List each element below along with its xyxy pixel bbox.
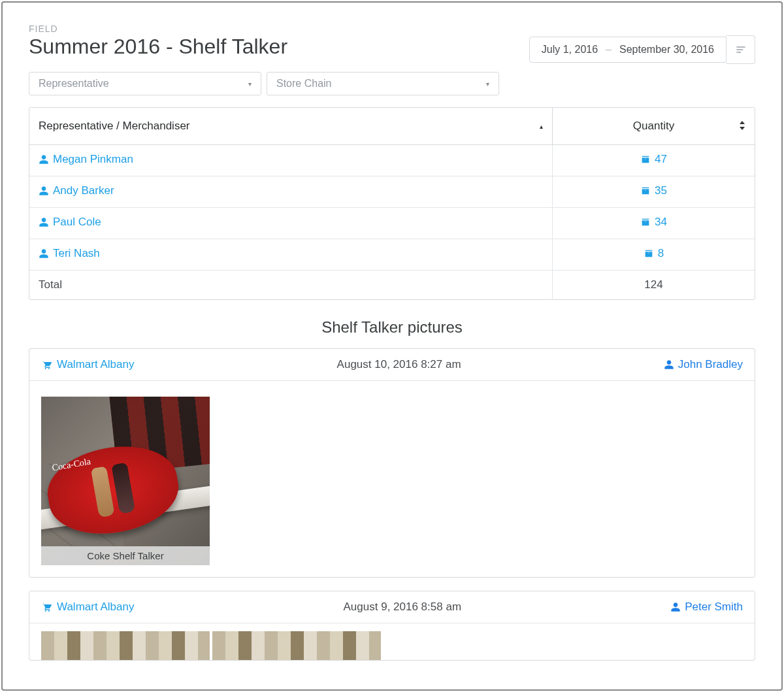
representative-dropdown[interactable]: Representative ▾ bbox=[29, 72, 261, 95]
archive-icon bbox=[640, 217, 651, 227]
archive-icon bbox=[644, 248, 654, 259]
svg-point-6 bbox=[48, 368, 50, 369]
page-title: Summer 2016 - Shelf Talker bbox=[29, 35, 287, 58]
chevron-down-icon: ▾ bbox=[486, 80, 489, 88]
column-header-label: Representative / Merchandiser bbox=[39, 120, 190, 132]
picture-caption: Coke Shelf Talker bbox=[41, 546, 210, 565]
breadcrumb: FIELD bbox=[29, 24, 755, 34]
rep-name: Andy Barker bbox=[53, 184, 114, 197]
qty-link[interactable]: 8 bbox=[644, 247, 664, 260]
store-link[interactable]: Walmart Albany bbox=[41, 601, 134, 614]
svg-point-7 bbox=[45, 610, 46, 612]
qty-value: 34 bbox=[655, 216, 667, 229]
table-row: Paul Cole34 bbox=[29, 208, 755, 239]
dash-icon: – bbox=[606, 44, 612, 56]
store-name: Walmart Albany bbox=[57, 358, 134, 371]
rep-link[interactable]: Andy Barker bbox=[39, 184, 114, 197]
bars-icon bbox=[736, 44, 746, 55]
dropdown-label: Store Chain bbox=[276, 78, 332, 90]
cart-icon bbox=[41, 359, 52, 370]
rep-name: Teri Nash bbox=[53, 247, 100, 260]
pictures-section-title: Shelf Talker pictures bbox=[29, 318, 755, 337]
rep-link[interactable]: Paul Cole bbox=[39, 216, 101, 229]
dropdown-label: Representative bbox=[39, 78, 109, 90]
sort-asc-icon: ▴ bbox=[540, 123, 543, 130]
options-button[interactable] bbox=[727, 35, 755, 64]
total-value: 124 bbox=[552, 271, 755, 299]
representatives-table: Representative / Merchandiser ▴ Quantity… bbox=[29, 107, 755, 300]
person-icon bbox=[670, 602, 681, 612]
user-name: Peter Smith bbox=[685, 601, 743, 614]
shelf-talker-image: Coca-Cola bbox=[41, 397, 210, 565]
store-name: Walmart Albany bbox=[57, 601, 134, 614]
person-icon bbox=[39, 248, 49, 259]
table-row: Megan Pinkman47 bbox=[29, 145, 755, 176]
user-name: John Bradley bbox=[678, 358, 743, 371]
person-icon bbox=[39, 154, 49, 165]
qty-value: 47 bbox=[655, 153, 667, 166]
svg-point-5 bbox=[45, 368, 46, 369]
picture-thumbnail[interactable] bbox=[41, 631, 210, 660]
rep-name: Megan Pinkman bbox=[53, 153, 133, 166]
store-chain-dropdown[interactable]: Store Chain ▾ bbox=[267, 72, 499, 95]
user-link[interactable]: John Bradley bbox=[664, 358, 743, 371]
table-row: Teri Nash8 bbox=[29, 239, 755, 271]
archive-icon bbox=[640, 186, 651, 196]
card-timestamp: August 9, 2016 8:58 am bbox=[344, 601, 462, 614]
svg-marker-4 bbox=[740, 127, 745, 130]
chevron-down-icon: ▾ bbox=[248, 80, 252, 88]
store-link[interactable]: Walmart Albany bbox=[41, 358, 134, 371]
qty-link[interactable]: 47 bbox=[640, 153, 667, 166]
svg-marker-3 bbox=[740, 121, 745, 124]
rep-link[interactable]: Megan Pinkman bbox=[39, 153, 133, 166]
date-range-picker[interactable]: July 1, 2016 – September 30, 2016 bbox=[529, 37, 727, 63]
person-icon bbox=[39, 186, 49, 196]
column-header-rep[interactable]: Representative / Merchandiser ▴ bbox=[29, 108, 552, 145]
rep-link[interactable]: Teri Nash bbox=[39, 247, 100, 260]
sort-both-icon bbox=[739, 121, 745, 131]
picture-card: Walmart Albany August 10, 2016 8:27 am J… bbox=[29, 348, 755, 578]
table-total-row: Total124 bbox=[29, 271, 755, 299]
picture-card: Walmart Albany August 9, 2016 8:58 am Pe… bbox=[29, 591, 755, 661]
date-range-start: July 1, 2016 bbox=[542, 44, 598, 56]
user-link[interactable]: Peter Smith bbox=[670, 601, 743, 614]
picture-thumbnail[interactable] bbox=[212, 631, 381, 660]
svg-point-8 bbox=[48, 610, 50, 612]
qty-link[interactable]: 35 bbox=[640, 184, 667, 197]
cart-icon bbox=[41, 602, 52, 612]
qty-value: 35 bbox=[655, 184, 667, 197]
card-timestamp: August 10, 2016 8:27 am bbox=[337, 358, 461, 371]
person-icon bbox=[39, 217, 49, 227]
picture-thumbnail[interactable]: Coca-Cola Coke Shelf Talker bbox=[41, 397, 210, 565]
table-row: Andy Barker35 bbox=[29, 176, 755, 208]
person-icon bbox=[664, 359, 674, 370]
archive-icon bbox=[640, 154, 651, 165]
qty-link[interactable]: 34 bbox=[640, 216, 667, 229]
total-label: Total bbox=[29, 271, 552, 299]
qty-value: 8 bbox=[658, 247, 664, 260]
column-header-qty[interactable]: Quantity bbox=[552, 108, 755, 145]
date-range-end: September 30, 2016 bbox=[619, 44, 714, 56]
column-header-label: Quantity bbox=[633, 120, 674, 132]
rep-name: Paul Cole bbox=[53, 216, 101, 229]
